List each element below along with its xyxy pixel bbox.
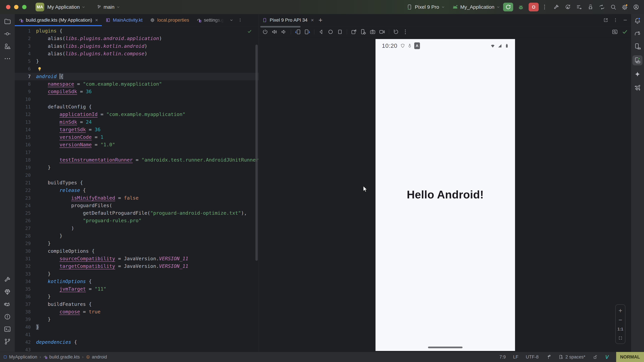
code-line-28[interactable]: 28 } xyxy=(15,232,259,240)
tool-stripe-resource-manager[interactable] xyxy=(4,42,11,50)
editor-tab-3[interactable]: settings.g xyxy=(193,14,228,26)
tool-stripe-branch[interactable] xyxy=(4,338,11,345)
close-icon[interactable]: × xyxy=(95,17,98,23)
volume-up-icon[interactable] xyxy=(271,29,278,35)
power-icon[interactable] xyxy=(262,29,268,35)
code-line-8[interactable]: 8 namespace = "com.example.myapplication… xyxy=(15,80,259,88)
tool-stripe-commit[interactable] xyxy=(4,30,11,37)
code-line-6[interactable]: 6 xyxy=(15,65,259,72)
code-line-15[interactable]: 15 versionCode = 1 xyxy=(15,133,259,141)
tool-stripe-device-manager[interactable] xyxy=(634,42,641,50)
home-icon[interactable] xyxy=(327,29,334,35)
code-line-31[interactable]: 31 sourceCompatibility = JavaVersion.VER… xyxy=(15,255,259,263)
code-line-26[interactable]: 26 "proguard-rules.pro" xyxy=(15,217,259,224)
editor-tab-1[interactable]: MainActivity.kt xyxy=(102,14,146,26)
editor-scrollbar[interactable] xyxy=(256,44,258,261)
project-widget[interactable]: MA My Application xyxy=(30,3,86,11)
code-line-30[interactable]: 30 compileOptions { xyxy=(15,247,259,255)
code-line-24[interactable]: 24 proguardFiles( xyxy=(15,202,259,209)
code-line-23[interactable]: 23 isMinifyEnabled = false xyxy=(15,194,259,202)
device-selector[interactable]: Pixel 9 Pro xyxy=(406,4,445,10)
code-line-27[interactable]: 27 ) xyxy=(15,225,259,232)
code-line-32[interactable]: 32 targetCompatibility = JavaVersion.VER… xyxy=(15,263,259,270)
pin-slash-icon[interactable] xyxy=(546,355,551,360)
editor-tab-0[interactable]: build.gradle.kts (My Application)× xyxy=(15,14,102,26)
minimize-window-button[interactable] xyxy=(14,5,18,9)
close-window-button[interactable] xyxy=(6,5,10,9)
code-line-5[interactable]: 5} xyxy=(15,57,259,65)
code-line-19[interactable]: 19 } xyxy=(15,164,259,171)
screen-record-icon[interactable] xyxy=(379,29,385,35)
code-line-20[interactable]: 20 xyxy=(15,171,259,179)
code-line-16[interactable]: 16 versionName = "1.0" xyxy=(15,141,259,148)
code-line-25[interactable]: 25 getDefaultProguardFile("proguard-andr… xyxy=(15,209,259,217)
open-in-window-icon[interactable] xyxy=(603,17,608,23)
zoom-out-button[interactable]: − xyxy=(618,318,622,323)
snapshot-icon[interactable] xyxy=(393,29,399,35)
code-line-34[interactable]: 34 kotlinOptions { xyxy=(15,278,259,285)
editor-tab-2[interactable]: local.properties xyxy=(146,14,193,26)
tool-stripe-gradle-elephant[interactable] xyxy=(634,30,641,37)
more-v-icon[interactable] xyxy=(402,29,408,35)
hidden-tabs-chevron-icon[interactable] xyxy=(229,18,234,22)
indent-widget[interactable]: 2 spaces* xyxy=(558,355,586,360)
caret-position-widget[interactable]: 7:9 xyxy=(500,355,506,360)
code-line-2[interactable]: 2 alias(libs.plugins.android.application… xyxy=(15,35,259,42)
window-search-icon[interactable] xyxy=(612,29,618,35)
code-line-35[interactable]: 35 jvmTarget = "11" xyxy=(15,285,259,293)
code-line-41[interactable]: 41 xyxy=(15,331,259,338)
tab-scrollbar-thumb[interactable] xyxy=(260,26,300,27)
code-line-42[interactable]: 42dependencies { xyxy=(15,338,259,346)
tool-stripe-gem[interactable] xyxy=(4,288,11,296)
tool-stripe-terminal[interactable] xyxy=(4,326,11,333)
more-vertical-icon[interactable] xyxy=(541,4,548,10)
code-line-40[interactable]: 40} xyxy=(15,323,259,331)
profiler-lines-icon[interactable] xyxy=(576,4,582,10)
overview-icon[interactable] xyxy=(337,29,343,35)
breadcrumb-item-MyApplication[interactable]: MyApplication xyxy=(3,355,37,360)
code-editor[interactable]: 1plugins {2 alias(libs.plugins.android.a… xyxy=(15,26,259,352)
tool-stripe-logcat-cat[interactable] xyxy=(4,301,11,308)
code-line-13[interactable]: 13 minSdk = 24 xyxy=(15,118,259,126)
zoom-in-button[interactable]: + xyxy=(618,308,622,313)
tool-stripe-more-h[interactable] xyxy=(4,55,11,62)
emulator-tab[interactable]: Pixel 9 Pro API 34 × xyxy=(262,17,314,23)
inspections-ok-icon[interactable] xyxy=(247,29,252,34)
code-line-1[interactable]: 1plugins { xyxy=(15,27,259,35)
code-line-36[interactable]: 36 } xyxy=(15,293,259,300)
search-icon[interactable] xyxy=(610,4,616,10)
tool-stripe-sparkle[interactable] xyxy=(634,71,641,78)
device-settings-icon[interactable] xyxy=(360,29,366,35)
code-line-9[interactable]: 9 compileSdk = 36 xyxy=(15,88,259,95)
code-line-14[interactable]: 14 targetSdk = 36 xyxy=(15,126,259,133)
tab-options-icon[interactable] xyxy=(238,18,242,22)
tool-stripe-project-folder[interactable] xyxy=(4,18,11,25)
attach-debugger-icon[interactable] xyxy=(587,4,594,10)
tool-stripe-problems[interactable] xyxy=(4,313,11,321)
breadcrumb-item-android[interactable]: android xyxy=(86,355,107,360)
tool-stripe-running-devices[interactable] xyxy=(632,55,642,65)
debug-button[interactable] xyxy=(516,3,526,11)
code-line-21[interactable]: 21 buildTypes { xyxy=(15,179,259,187)
code-line-17[interactable]: 17 xyxy=(15,149,259,156)
fold-icon[interactable] xyxy=(351,29,357,35)
code-line-43[interactable]: 43 xyxy=(15,346,259,352)
zoom-fit-icon[interactable] xyxy=(618,336,622,340)
add-device-tab-button[interactable]: + xyxy=(318,16,322,24)
run-configuration-selector[interactable]: My_Application xyxy=(452,4,500,10)
code-line-7[interactable]: 7android { xyxy=(15,73,259,80)
code-line-3[interactable]: 3 alias(libs.plugins.kotlin.android) xyxy=(15,42,259,50)
close-icon[interactable]: × xyxy=(311,17,314,23)
rerun-button[interactable] xyxy=(503,3,513,11)
build-hammer-icon[interactable] xyxy=(553,4,560,10)
code-line-10[interactable]: 10 xyxy=(15,95,259,103)
line-ending-widget[interactable]: LF xyxy=(513,355,518,360)
tool-stripe-hammer[interactable] xyxy=(4,276,11,283)
settings-gear-icon[interactable] xyxy=(622,4,628,10)
code-line-39[interactable]: 39 } xyxy=(15,316,259,323)
vim-logo[interactable]: V xyxy=(605,354,608,360)
vim-mode-badge[interactable]: NORMAL xyxy=(616,352,644,362)
vcs-branch-widget[interactable]: main xyxy=(96,4,120,10)
hide-panel-icon[interactable] xyxy=(623,17,628,23)
stop-button[interactable] xyxy=(528,3,539,11)
